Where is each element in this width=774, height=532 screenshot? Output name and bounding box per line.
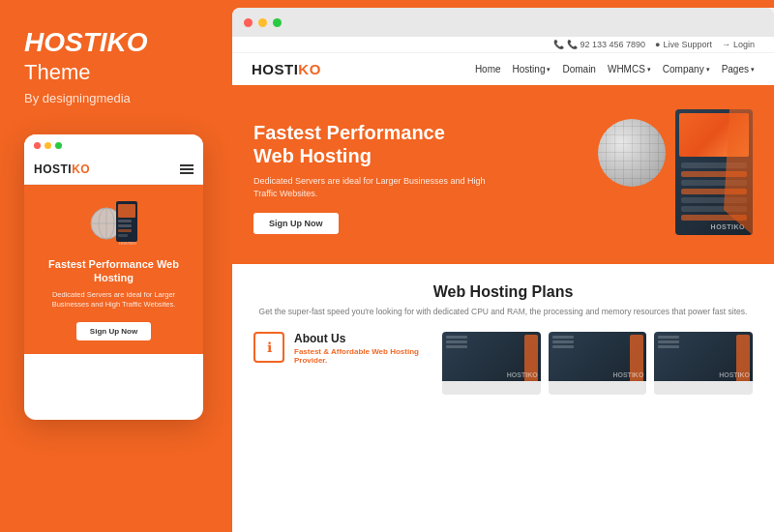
svg-rect-8 — [118, 224, 132, 227]
mobile-logo-bar: HOSTIKO — [24, 155, 203, 185]
site-logo-text: HOSTI — [252, 61, 298, 77]
hero-section: Fastest Performance Web Hosting Dedicate… — [232, 85, 774, 264]
left-panel: HOSTIKO Theme By designingmedia HOSTIKO — [0, 0, 232, 532]
svg-rect-10 — [118, 234, 128, 237]
plan-card-footer-2 — [549, 381, 647, 395]
login-text: Login — [733, 40, 755, 49]
mobile-dot-green — [55, 142, 62, 149]
plan-cards: HOSTIKO HOSTIKO — [442, 332, 753, 395]
mobile-hero: HOSTIKO Fastest Performance Web Hosting … — [24, 185, 203, 354]
phone-icon: 📞 — [553, 40, 564, 49]
plan-card-label-2: HOSTIKO — [612, 371, 643, 378]
browser-bar — [232, 8, 774, 37]
nav-links: Home Hosting ▾ Domain WHMCS ▾ Company ▾ … — [475, 64, 755, 74]
slot — [552, 340, 574, 343]
chevron-down-icon-2: ▾ — [647, 66, 651, 74]
plan-card-image-1: HOSTIKO — [442, 332, 541, 381]
plan-card-1: HOSTIKO — [442, 332, 541, 395]
slot — [658, 340, 679, 343]
mobile-mockup: HOSTIKO HOSTI — [24, 134, 203, 420]
main-nav: HOSTIKO Home Hosting ▾ Domain WHMCS ▾ Co… — [232, 53, 774, 85]
support-icon: ● — [655, 40, 660, 49]
slot — [658, 336, 679, 339]
hero-title-line2: Web Hosting — [253, 145, 372, 166]
chevron-down-icon-4: ▾ — [751, 66, 755, 74]
hero-signup-button[interactable]: Sign Up Now — [253, 213, 339, 234]
by-label: By designingmedia — [24, 91, 208, 105]
plans-description: Get the super-fast speed you're looking … — [253, 306, 753, 318]
slot — [552, 336, 574, 339]
hero-title: Fastest Performance Web Hosting — [253, 121, 486, 167]
globe-shape — [598, 119, 666, 187]
mobile-signup-button[interactable]: Sign Up Now — [76, 322, 151, 340]
mobile-logo-accent: KO — [72, 163, 90, 176]
chevron-down-icon: ▾ — [547, 66, 551, 74]
plan-card-label-1: HOSTIKO — [507, 371, 538, 378]
slot — [552, 345, 574, 348]
plans-title: Web Hosting Plans — [253, 283, 753, 301]
plan-card-footer-3 — [654, 381, 753, 395]
hero-right: HOSTIKO — [598, 109, 753, 245]
slot — [658, 345, 679, 348]
mobile-top-bar — [24, 134, 203, 155]
hamburger-icon[interactable] — [180, 164, 194, 174]
site-logo: HOSTIKO — [252, 61, 321, 77]
plan-card-slots-2 — [552, 336, 574, 348]
utility-bar: 📞 📞 92 133 456 7890 ● Live Support → Log… — [232, 37, 774, 53]
chevron-down-icon-3: ▾ — [706, 66, 710, 74]
live-support-text: Live Support — [663, 40, 712, 49]
server-label: HOSTIKO — [711, 223, 745, 230]
logo-accent: KO — [107, 27, 148, 57]
globe-lines — [598, 119, 666, 187]
about-subtitle: Fastest & Affordable Web Hosting Provide… — [294, 347, 432, 365]
nav-company[interactable]: Company ▾ — [663, 64, 710, 74]
browser-content: 📞 📞 92 133 456 7890 ● Live Support → Log… — [232, 37, 774, 532]
slot — [446, 340, 467, 343]
hero-description: Dedicated Servers are ideal for Larger B… — [253, 175, 486, 201]
about-title: About Us — [294, 332, 432, 345]
slot — [446, 345, 467, 348]
nav-pages[interactable]: Pages ▾ — [722, 64, 755, 74]
hero-left: Fastest Performance Web Hosting Dedicate… — [253, 121, 486, 234]
browser-window: 📞 📞 92 133 456 7890 ● Live Support → Log… — [232, 8, 774, 532]
hero-title-line1: Fastest Performance — [253, 122, 445, 143]
login-item[interactable]: → Login — [722, 40, 755, 49]
mobile-hero-title: Fastest Performance Web Hosting — [34, 257, 194, 285]
bottom-row: ℹ About Us Fastest & Affordable Web Host… — [253, 332, 753, 395]
plan-card-image-3: HOSTIKO — [654, 332, 753, 381]
plan-card-slots-3 — [658, 336, 679, 348]
plan-card-label-3: HOSTIKO — [719, 371, 750, 378]
live-support-item[interactable]: ● Live Support — [655, 40, 712, 49]
white-section: Web Hosting Plans Get the super-fast spe… — [232, 264, 774, 532]
about-section: ℹ About Us Fastest & Affordable Web Host… — [253, 332, 432, 365]
plan-card-image-2: HOSTIKO — [549, 332, 647, 381]
nav-whmcs[interactable]: WHMCS ▾ — [608, 64, 651, 74]
slot — [446, 336, 467, 339]
svg-rect-7 — [118, 220, 132, 222]
site-logo-accent: KO — [298, 61, 321, 77]
mobile-dot-yellow — [45, 142, 51, 149]
login-icon: → — [722, 40, 730, 49]
browser-dot-yellow — [258, 18, 267, 27]
about-text: About Us Fastest & Affordable Web Hostin… — [294, 332, 432, 365]
theme-label: Theme — [24, 60, 208, 85]
nav-home[interactable]: Home — [475, 64, 501, 74]
plan-card-footer-1 — [442, 381, 541, 395]
phone-number: 📞 92 133 456 7890 — [567, 40, 645, 49]
svg-rect-9 — [118, 229, 132, 232]
plan-card-2: HOSTIKO — [549, 332, 647, 395]
info-icon: ℹ — [267, 340, 272, 355]
mobile-dots — [34, 142, 62, 149]
logo-text: HOSTI — [24, 27, 107, 57]
mobile-hero-image: HOSTIKO — [34, 196, 194, 250]
brand-logo: HOSTIKO — [24, 29, 208, 56]
server-illustration: HOSTIKO — [598, 109, 753, 245]
nav-hosting[interactable]: Hosting ▾ — [513, 64, 551, 74]
nav-domain[interactable]: Domain — [562, 64, 595, 74]
browser-dot-green — [273, 18, 282, 27]
plan-card-slots-1 — [446, 336, 467, 348]
svg-text:HOSTIKO: HOSTIKO — [119, 241, 136, 246]
phone-item: 📞 📞 92 133 456 7890 — [553, 40, 645, 49]
mobile-hero-desc: Dedicated Servers are ideal for Larger B… — [34, 290, 194, 310]
mobile-dot-red — [34, 142, 41, 149]
